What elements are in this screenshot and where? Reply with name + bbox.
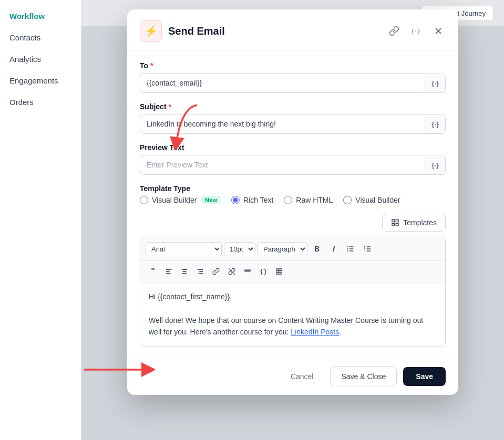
ordered-list-button[interactable]: 12	[360, 242, 375, 256]
align-right-button[interactable]	[193, 264, 208, 279]
merge-tag-icon-button[interactable]: {·}	[409, 24, 424, 38]
radio-visual-builder-input[interactable]	[140, 196, 148, 204]
sidebar-item-analytics[interactable]: Analytics	[0, 48, 81, 70]
ordered-list-icon: 12	[363, 245, 372, 253]
subject-input-row: {·}	[140, 114, 446, 134]
rich-text-editor: Arial Times New Roman Helvetica 8pt 10pt…	[140, 237, 446, 347]
svg-rect-5	[392, 219, 395, 222]
templates-btn-row: Templates	[140, 214, 446, 232]
save-button[interactable]: Save	[403, 367, 446, 386]
sidebar-item-label: Contacts	[9, 33, 40, 42]
svg-point-13	[347, 248, 348, 249]
sidebar-item-label: Engagements	[9, 76, 58, 85]
link-icon-button[interactable]	[387, 24, 402, 38]
unlink-button[interactable]	[224, 264, 239, 279]
required-indicator: *	[150, 61, 153, 70]
sidebar-item-orders[interactable]: Orders	[0, 91, 81, 113]
editor-toolbar-row1: Arial Times New Roman Helvetica 8pt 10pt…	[140, 237, 445, 261]
template-type-label: Template Type	[140, 184, 446, 193]
to-field-group: To * {·}	[140, 61, 446, 93]
radio-raw-html-input[interactable]	[284, 196, 292, 204]
radio-rich-text[interactable]: Rich Text	[231, 196, 273, 204]
merge-tag-icon: {·}	[411, 26, 421, 36]
unordered-list-button[interactable]	[343, 242, 358, 256]
sidebar: Workflow Contacts Analytics Engagements …	[0, 0, 81, 440]
table-icon	[275, 268, 283, 275]
templates-icon	[391, 218, 399, 227]
radio-visual-builder2[interactable]: Visual Builder	[343, 196, 400, 204]
modal-body: To * {·} Subject * {·}	[127, 51, 458, 358]
font-size-select[interactable]: 8pt 10pt 12pt 14pt	[224, 242, 255, 256]
align-left-icon	[165, 268, 172, 275]
svg-point-14	[347, 250, 348, 252]
sidebar-item-workflow[interactable]: Workflow	[0, 5, 81, 27]
unordered-list-icon	[346, 245, 355, 253]
required-indicator: *	[169, 102, 171, 111]
svg-rect-6	[396, 219, 399, 222]
merge-tag-toolbar-button[interactable]: { }	[256, 264, 271, 279]
link-icon	[389, 26, 399, 36]
subject-field-group: Subject * {·}	[140, 102, 446, 134]
new-badge: New	[201, 196, 221, 204]
sidebar-item-engagements[interactable]: Engagements	[0, 70, 81, 91]
subject-merge-tag-button[interactable]: {·}	[425, 116, 445, 132]
align-left-button[interactable]	[161, 264, 176, 279]
linkedin-posts-link[interactable]: LinkedIn Posts	[291, 328, 339, 336]
send-email-modal: ⚡ Send Email {·} To	[127, 9, 458, 395]
modal-header-actions: {·}	[387, 24, 446, 38]
link-button[interactable]	[209, 264, 223, 279]
to-label: To *	[140, 61, 446, 70]
align-center-icon	[181, 268, 188, 275]
editor-line2: Well done! We hope that our course on Co…	[149, 315, 437, 338]
svg-rect-7	[392, 223, 395, 226]
paragraph-style-select[interactable]: Paragraph Heading 1 Heading 2	[258, 242, 307, 256]
svg-rect-32	[276, 269, 282, 275]
sidebar-item-label: Analytics	[9, 55, 41, 64]
template-type-group: Template Type Visual Builder New Rich Te…	[140, 184, 446, 204]
cancel-button[interactable]: Cancel	[280, 367, 324, 386]
subject-input[interactable]	[140, 114, 425, 133]
svg-rect-8	[396, 223, 399, 226]
svg-point-12	[347, 246, 348, 247]
font-family-select[interactable]: Arial Times New Roman Helvetica	[146, 242, 222, 256]
preview-text-field-group: Preview Text {·}	[140, 143, 446, 175]
template-type-options: Visual Builder New Rich Text Raw HTML Vi…	[140, 196, 446, 204]
table-button[interactable]	[272, 264, 286, 279]
modal-header: ⚡ Send Email {·}	[127, 9, 458, 51]
preview-text-input[interactable]	[140, 155, 425, 174]
svg-text:{·}: {·}	[411, 28, 420, 34]
sidebar-item-label: Orders	[9, 98, 34, 107]
save-close-button[interactable]: Save & Close	[330, 366, 397, 386]
modal-title: Send Email	[168, 25, 380, 37]
close-icon	[434, 26, 443, 36]
templates-button[interactable]: Templates	[382, 214, 446, 232]
radio-visual-builder2-input[interactable]	[343, 196, 352, 204]
subject-label: Subject *	[140, 102, 446, 111]
editor-content[interactable]: Hi {{contact_first_name}}, Well done! We…	[140, 282, 445, 347]
preview-text-input-row: {·}	[140, 155, 446, 175]
align-center-button[interactable]	[177, 264, 192, 279]
bold-button[interactable]: B	[310, 242, 324, 256]
preview-text-label: Preview Text	[140, 143, 446, 152]
to-merge-tag-button[interactable]: {·}	[425, 75, 445, 91]
editor-line1: Hi {{contact_first_name}},	[149, 291, 437, 302]
align-right-icon	[197, 268, 204, 275]
to-input-row: {·}	[140, 73, 446, 93]
preview-text-merge-tag-button[interactable]: {·}	[425, 157, 445, 173]
radio-rich-text-input[interactable]	[231, 196, 240, 204]
blockquote-button[interactable]: "	[146, 264, 160, 279]
close-button[interactable]	[431, 24, 446, 38]
hr-button[interactable]	[240, 264, 255, 279]
radio-visual-builder[interactable]: Visual Builder New	[140, 196, 221, 204]
sidebar-item-contacts[interactable]: Contacts	[0, 27, 81, 48]
modal-footer: Cancel Save & Close Save	[127, 358, 458, 395]
svg-rect-31	[245, 270, 251, 271]
hr-icon	[244, 268, 251, 275]
link-toolbar-icon	[212, 268, 220, 275]
editor-toolbar-row2: "	[140, 261, 445, 282]
radio-raw-html[interactable]: Raw HTML	[284, 196, 333, 204]
sidebar-item-label: Workflow	[9, 12, 45, 20]
to-input[interactable]	[140, 74, 425, 92]
unlink-icon	[228, 268, 235, 275]
italic-button[interactable]: I	[326, 242, 341, 256]
